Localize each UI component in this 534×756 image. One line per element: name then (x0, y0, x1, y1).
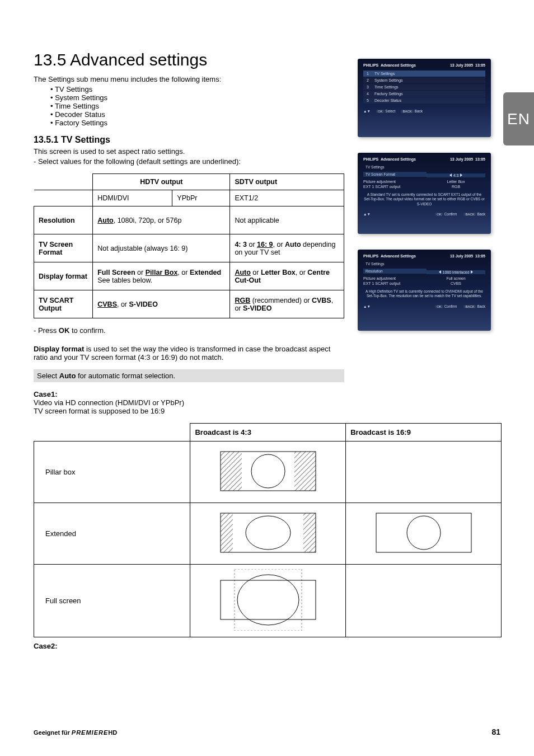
ok-pill: OK (376, 110, 385, 113)
shot3-sub: TV Settings (363, 261, 485, 266)
menu-item: 3Time Settings (363, 84, 485, 90)
section-title: Advanced settings (70, 50, 207, 69)
row-tvformat-hdtv: Not adjustable (always 16: 9) (93, 234, 230, 262)
shot2-msg: A Standard TV set is currently connected… (363, 192, 485, 206)
brand: PHILIPS (363, 63, 378, 67)
sub-line2: - Select values for the following (defau… (34, 157, 344, 166)
language-tab: EN (503, 92, 534, 145)
title: Advanced Settings (381, 63, 416, 67)
sub-line1: This screen is used to set aspect ratio … (34, 147, 344, 156)
fig-pillar-169 (346, 442, 502, 503)
fig-full-169 (346, 565, 502, 637)
th-ext: EXT1/2 (230, 190, 344, 206)
fmt-row-extended: Extended (34, 503, 190, 565)
section-heading: 13.5 Advanced settings (34, 50, 344, 69)
confirm-line: - Press OK to confirm. (34, 326, 344, 335)
bullet-item: System Settings (50, 93, 344, 102)
footer: Geeignet für PREMIEREHD 81 (34, 727, 500, 736)
bullet-item: Decoder Status (50, 110, 344, 119)
case1-l2: TV screen format is supposed to be 16:9 (34, 407, 344, 415)
row-resolution-hdtv: Auto, 1080i, 720p, or 576p (93, 206, 230, 234)
t: Decoder Status (374, 98, 401, 102)
val: Letter Box (447, 180, 465, 184)
lbl: Confirm (444, 212, 457, 216)
lbl: Back (415, 109, 423, 113)
row-resolution-sdtv: Not applicable (230, 206, 344, 234)
lbl: Resolution (363, 269, 427, 274)
lbl: TV Screen Format (363, 172, 427, 177)
case2-label: Case2: (34, 642, 500, 650)
row-tvformat-sdtv: 4: 3 or 16: 9, or Auto depending on your… (230, 234, 344, 262)
fig-extended-43 (190, 503, 346, 565)
nav-arrows-icon: ▲▼ (363, 212, 371, 216)
lbl: EXT 1 SCART output (363, 185, 427, 189)
svg-rect-5 (221, 513, 316, 552)
intro-text: The Settings sub menu menu includes the … (34, 75, 344, 83)
time: 13:05 (475, 254, 485, 258)
txt: OK (59, 326, 70, 335)
val: , 1080i, 720p, or 576p (114, 217, 182, 224)
n: 2 (367, 78, 371, 82)
svg-point-10 (407, 516, 441, 550)
lbl: Picture adjustment (363, 276, 427, 280)
screenshot-1: PHILIPS Advanced Settings 13 July 2005 1… (358, 59, 491, 137)
val: Extended (190, 269, 221, 276)
val: 4: 3 (235, 241, 247, 248)
lbl: Back (477, 304, 485, 308)
title: Advanced Settings (381, 254, 416, 258)
svg-point-4 (251, 454, 285, 488)
menu-item: 2System Settings (363, 77, 485, 83)
txt: for automatic format selection. (76, 372, 175, 380)
val: (recommended) or (250, 297, 312, 304)
arrow-right-icon (460, 173, 462, 177)
page-number: 81 (491, 727, 500, 736)
lbl: Select (385, 109, 395, 113)
lbl: Back (477, 212, 485, 216)
lbl: Confirm (444, 304, 457, 308)
n: 5 (367, 98, 371, 102)
svg-rect-2 (221, 452, 242, 491)
val: RGB (452, 185, 460, 189)
case1-block: Case1: Video via HD connection (HDMI/DVI… (34, 390, 344, 415)
val: CVBS (451, 281, 461, 285)
date: 13 July 2005 (450, 157, 473, 161)
txt: Select (37, 372, 59, 380)
lbl: Picture adjustment (363, 180, 427, 184)
val: S-VIDEO (129, 300, 158, 308)
n: 3 (367, 85, 371, 89)
row-display-sdtv: Auto or Letter Box, or Centre Cut-Out (230, 262, 344, 290)
arrow-left-icon (439, 270, 441, 274)
th-sdtv: SDTV output (230, 174, 344, 190)
t: Factory Settings (374, 92, 403, 96)
format-table: Broadcast is 4:3 Broadcast is 16:9 Pilla… (34, 423, 502, 637)
svg-point-13 (237, 575, 299, 625)
val: Full Screen (97, 269, 135, 276)
ok-pill: OK (435, 213, 443, 216)
arrow-left-icon (449, 173, 452, 177)
back-pill: BACK (463, 305, 476, 308)
row-display-hdtv: Full Screen or Pillar Box, or Extended S… (93, 262, 230, 290)
back-pill: BACK (401, 110, 413, 113)
svg-rect-7 (303, 513, 316, 552)
row-scart-hdtv: CVBS, or S-VIDEO (93, 290, 230, 318)
fmt-row-fullscreen: Full screen (34, 565, 190, 637)
section-number: 13.5 (34, 50, 66, 69)
subsection-heading: 13.5.1 TV Settings (34, 135, 344, 145)
t: TV Settings (374, 72, 395, 76)
val: CVBS (312, 297, 331, 304)
svg-rect-3 (294, 452, 316, 491)
val: Letter Box (261, 269, 296, 276)
row-tvformat-label: TV Screen Format (34, 234, 93, 262)
arrow-right-icon (471, 270, 473, 274)
case1-l1: Video via HD connection (HDMI/DVI or YPb… (34, 398, 344, 407)
menu-item: 5Decoder Status (363, 97, 485, 104)
fig-extended-169 (346, 503, 502, 565)
case2-title: Case2: (34, 642, 58, 650)
opt-row: EXT 1 SCART output CVBS (363, 281, 485, 286)
txt: Display format (34, 345, 84, 353)
settings-table: HDTV output SDTV output HDMI/DVI YPbPr E… (34, 173, 344, 318)
svg-point-8 (246, 516, 291, 550)
svg-rect-11 (235, 569, 302, 631)
time: 13:05 (475, 63, 485, 67)
screenshot-column: PHILIPS Advanced Settings 13 July 2005 1… (352, 59, 497, 346)
